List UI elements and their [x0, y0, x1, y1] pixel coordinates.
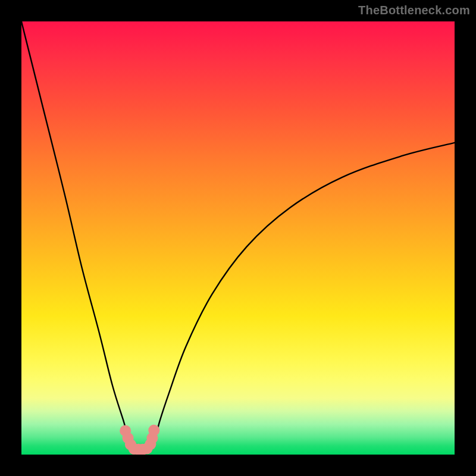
attribution-text: TheBottleneck.com: [358, 4, 470, 17]
plot-area: [21, 21, 455, 455]
chart-frame: TheBottleneck.com: [0, 0, 476, 476]
curve-layer: [21, 21, 455, 455]
optimum-marker: [148, 425, 159, 436]
bottleneck-curve: [21, 21, 455, 454]
optimum-markers: [120, 425, 159, 455]
bottleneck-curve-path: [21, 21, 455, 454]
